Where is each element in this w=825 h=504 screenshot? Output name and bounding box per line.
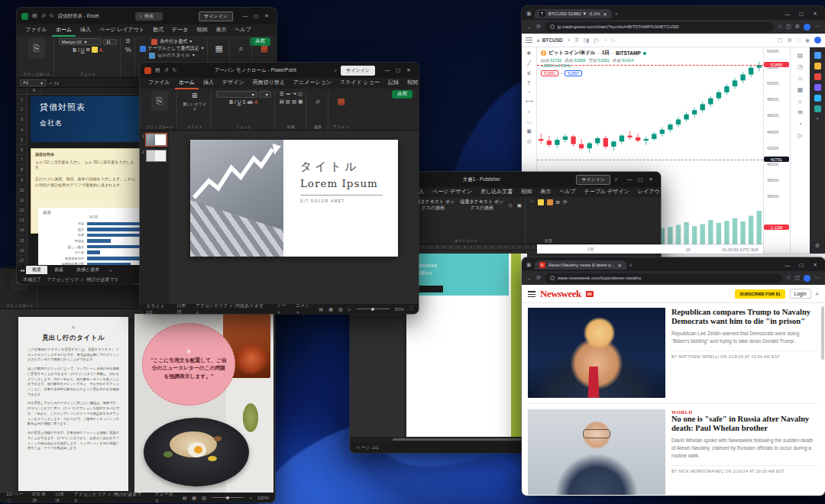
article-kicker[interactable]: WORLD — [671, 409, 817, 415]
align-objects-icon[interactable]: ⊞ — [556, 199, 560, 205]
sheet-tab[interactable]: 概要 — [26, 266, 47, 274]
back-icon[interactable] — [527, 24, 532, 30]
ideas-icon[interactable]: ☼ — [798, 98, 803, 105]
ribbon-tab[interactable]: デザイン — [218, 77, 248, 89]
row-header[interactable]: 4 — [17, 125, 27, 135]
font-name-select[interactable]: Meiryo UI — [59, 38, 102, 45]
newsweek-browser-window[interactable]: ▣ N Alexei Navalny news & latest p... ww… — [522, 257, 825, 496]
clock[interactable]: 01:00:53 (UTC-9) — [722, 247, 755, 252]
font-color-button[interactable]: A — [99, 47, 102, 53]
emoji-tool-icon[interactable]: ◔ — [527, 89, 530, 95]
browser-tab[interactable]: T BTCUSD 51882 ▼ -0.1% — [535, 9, 612, 18]
row-header[interactable]: 12 — [17, 205, 27, 215]
minimize-button[interactable] — [782, 263, 793, 268]
fit-slide-icon[interactable]: ⛶ — [409, 306, 412, 312]
ribbon-tab[interactable]: データ — [168, 24, 192, 37]
close-button[interactable] — [261, 13, 272, 19]
sheet-nav-right-icon[interactable]: ▸ — [23, 267, 25, 273]
sidebar-add-icon[interactable] — [816, 116, 819, 121]
sheet-nav-left-icon[interactable]: ◂ — [20, 267, 22, 273]
accessibility-status[interactable]: アクセシビリティ: 検討が必要です — [47, 276, 119, 283]
picture-icon[interactable]: ▣ — [517, 202, 522, 208]
sidebar-app-icon[interactable] — [814, 95, 821, 102]
reading-view-icon[interactable]: ▥ — [338, 306, 343, 312]
zoom-slider[interactable] — [357, 309, 390, 309]
ribbon-tab[interactable]: 校閲 — [192, 24, 211, 37]
slide-thumbnail-1[interactable] — [146, 134, 167, 146]
row-header[interactable]: 7 — [17, 155, 27, 165]
ribbon-tab[interactable]: 数式 — [149, 24, 167, 37]
ribbon-tab[interactable]: スライド ショー — [336, 77, 383, 89]
font-size-select[interactable] — [259, 91, 271, 98]
symbol-search[interactable]: BTCUSD — [537, 37, 563, 44]
new-tab-button[interactable] — [629, 263, 632, 268]
row-header[interactable]: 15 — [17, 236, 27, 246]
ribbon-tab[interactable]: レイアウト — [634, 186, 661, 199]
paste-button[interactable]: ⎘ — [151, 91, 168, 111]
format-as-table-button[interactable]: テーブルとして書式設定 — [140, 45, 204, 52]
tv-account-avatar[interactable] — [814, 37, 821, 44]
reload-icon[interactable] — [536, 275, 541, 281]
column-header-a[interactable]: A — [28, 88, 41, 94]
address-bar[interactable]: jp.tradingview.com/chart/?symbol=BITSTAM… — [545, 22, 774, 32]
ribbon-tab[interactable]: 差し込み文書 — [477, 186, 516, 199]
sidebar-settings-icon[interactable] — [815, 243, 820, 249]
shadow-button[interactable]: S — [242, 99, 245, 105]
print-layout-icon[interactable]: ▦ — [192, 495, 196, 500]
login-button[interactable]: Login — [790, 289, 811, 299]
font-name-select[interactable] — [216, 91, 257, 98]
fill-color-button[interactable] — [92, 47, 98, 53]
tab-search-icon[interactable]: ▣ — [526, 262, 532, 268]
price-scale[interactable]: 5400052000500004800046000440004200040000… — [763, 47, 790, 254]
minimize-button[interactable] — [382, 67, 393, 73]
whelan-photo[interactable] — [528, 409, 665, 495]
ribbon-tab[interactable]: ファイル — [21, 24, 51, 37]
addins-button[interactable]: ▦ — [257, 38, 271, 58]
help-icon[interactable]: ? — [614, 177, 617, 183]
select-all-corner[interactable] — [17, 88, 28, 94]
ribbon-tab[interactable]: 画面切り替え — [249, 77, 289, 89]
fib-tool-icon[interactable]: ≶ — [527, 70, 532, 76]
magnet-tool-icon[interactable]: ◡ — [526, 118, 531, 124]
resume-entry-block[interactable]: 19XX/X/X年経歴など — [406, 254, 509, 286]
tab-close-icon[interactable] — [618, 263, 622, 268]
share-button[interactable]: 共有 — [392, 90, 412, 99]
italic-button[interactable]: I — [78, 47, 79, 53]
slide-title[interactable]: タイトル — [300, 160, 398, 174]
read-mode-icon[interactable]: ▤ — [183, 495, 187, 500]
symbol-exchange[interactable]: BITSTAMP — [616, 50, 641, 56]
split-screen-icon[interactable]: ◫ — [786, 24, 791, 30]
row-header[interactable]: 1 — [17, 95, 27, 105]
row-header[interactable]: 11 — [17, 195, 27, 205]
ribbon-tab[interactable]: 表示 — [536, 186, 555, 199]
powerpoint-window[interactable]: アーバン モノクローム - PowerPoint サインイン ファイルホーム挿入… — [140, 63, 419, 314]
undo-icon[interactable] — [41, 13, 46, 19]
row-header[interactable]: 17 — [17, 256, 27, 265]
sidebar-app-icon[interactable] — [814, 105, 821, 112]
chart-settings-icon[interactable] — [788, 37, 792, 44]
sheet-tab[interactable]: 負債と資本 — [70, 266, 105, 274]
new-tab-button[interactable] — [615, 11, 618, 17]
text-tool-icon[interactable]: T — [527, 80, 530, 86]
save-icon[interactable] — [155, 67, 160, 73]
alert-icon[interactable]: ◔ — [603, 37, 607, 43]
row-header[interactable]: 2 — [17, 105, 27, 115]
zoom-level[interactable]: 100% — [257, 496, 269, 500]
align-icon[interactable]: ☰ — [126, 38, 131, 44]
row-header[interactable]: 13 — [17, 215, 27, 225]
chat-icon[interactable]: ✉ — [798, 109, 803, 116]
maximize-button[interactable] — [635, 176, 645, 183]
minimize-button[interactable] — [240, 13, 251, 19]
symbol-name[interactable]: ビットコイン/米ドル — [548, 50, 596, 57]
time-axis[interactable]: 1月 19 01:00:53 (UTC-9) — [537, 244, 763, 254]
name-box[interactable]: A1 — [20, 79, 46, 86]
snapshot-icon[interactable] — [805, 37, 810, 44]
menu-icon[interactable] — [526, 37, 532, 43]
zoom-level[interactable]: 52% — [395, 307, 404, 312]
site-info-icon[interactable] — [550, 24, 555, 29]
align-left-icon[interactable]: ▤ — [280, 99, 284, 105]
subscribe-button[interactable]: SUBSCRIBE FOR $1 — [735, 289, 785, 299]
underline-button[interactable]: U — [81, 47, 85, 53]
ribbon-tab[interactable]: ホーム — [52, 24, 76, 37]
address-bar[interactable]: www.newsweek.com/topic/alexei-navalny — [545, 273, 782, 283]
